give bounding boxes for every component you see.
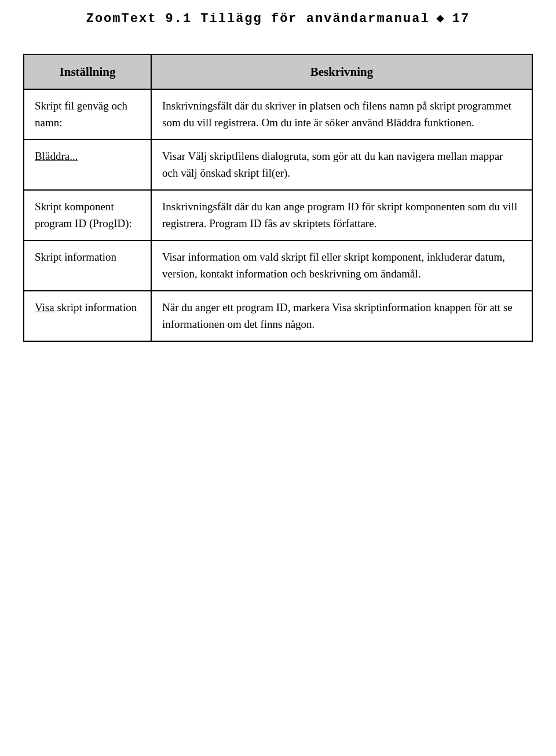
setting-visa-skript: Visa skript information: [24, 291, 151, 341]
desc-skript-info: Visar information om vald skript fil ell…: [151, 240, 532, 291]
settings-table: Inställning Beskrivning Skript fil genvä…: [23, 54, 533, 342]
desc-bladdra: Visar Välj skriptfilens dialogruta, som …: [151, 140, 532, 190]
col-setting-header: Inställning: [24, 54, 151, 89]
desc-progid: Inskrivningsfält där du kan ange program…: [151, 190, 532, 240]
table-row: Skript information Visar information om …: [24, 240, 532, 291]
header-title: ZoomText 9.1 Tillägg för användarmanual: [86, 12, 430, 26]
table-row: Skript komponent program ID (ProgID): In…: [24, 190, 532, 240]
table-row: Skript fil genväg och namn: Inskrivnings…: [24, 89, 532, 140]
table-header-row: Inställning Beskrivning: [24, 54, 532, 89]
page-number: 17: [452, 12, 470, 26]
setting-skript-fil: Skript fil genväg och namn:: [24, 89, 151, 140]
page-header: ZoomText 9.1 Tillägg för användarmanual …: [0, 0, 556, 36]
setting-bladdra: Bläddra...: [24, 140, 151, 190]
setting-progid: Skript komponent program ID (ProgID):: [24, 190, 151, 240]
page-content: Inställning Beskrivning Skript fil genvä…: [0, 36, 556, 365]
table-row: Visa skript information När du anger ett…: [24, 291, 532, 341]
header-bullet: ◆: [437, 10, 445, 26]
col-desc-header: Beskrivning: [151, 54, 532, 89]
desc-visa-skript: När du anger ett program ID, markera Vis…: [151, 291, 532, 341]
setting-skript-info: Skript information: [24, 240, 151, 291]
desc-skript-fil: Inskrivningsfält där du skriver in plats…: [151, 89, 532, 140]
table-row: Bläddra... Visar Välj skriptfilens dialo…: [24, 140, 532, 190]
